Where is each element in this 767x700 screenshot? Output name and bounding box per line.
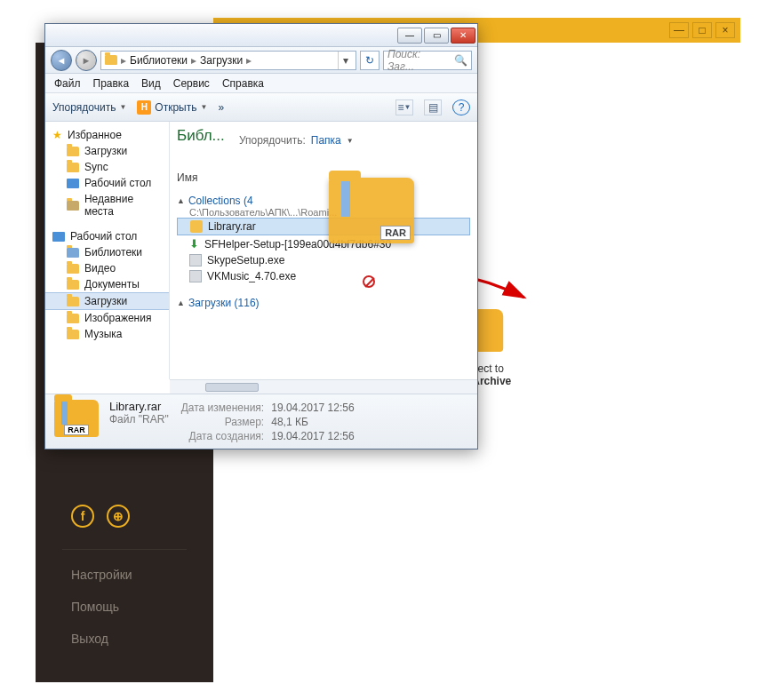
view-mode-button[interactable]: ≡▼	[395, 99, 413, 115]
nav-downloads-lib[interactable]: Загрузки	[45, 292, 169, 310]
divider	[62, 549, 187, 550]
arrange-by[interactable]: Упорядочить: Папка ▼	[239, 134, 354, 147]
preview-pane-button[interactable]: ▤	[424, 99, 442, 115]
nav-sync[interactable]: Sync	[45, 159, 169, 175]
nav-back-button[interactable]: ◄	[51, 50, 72, 71]
nav-recent[interactable]: Недавние места	[45, 191, 169, 219]
details-pane: RAR Library.rar Файл "RAR" Дата изменени…	[45, 394, 477, 449]
star-icon: ★	[52, 129, 62, 141]
link-help[interactable]: Помощь	[71, 591, 213, 623]
rar-icon	[190, 220, 203, 233]
file-library-rar[interactable]: Library.rar	[177, 218, 470, 235]
link-settings[interactable]: Настройки	[71, 559, 213, 591]
minimize-button[interactable]: —	[397, 28, 422, 44]
search-icon[interactable]: 🔍	[454, 54, 467, 67]
nav-favorites[interactable]: ★Избранное	[45, 127, 169, 143]
address-bar-row: ◄ ► ▸ Библиотеки ▸ Загрузки ▸ ▾ ↻ Поиск:…	[45, 47, 477, 74]
close-button[interactable]: ✕	[451, 28, 475, 44]
drag-ghost-icon: RAR	[329, 178, 414, 243]
file-skypesetup[interactable]: SkypeSetup.exe	[177, 252, 470, 268]
file-type-icon: RAR	[54, 400, 99, 437]
desktop-icon	[52, 232, 65, 242]
menu-tools[interactable]: Сервис	[173, 77, 210, 90]
social-links: f ⊕	[71, 505, 213, 528]
menu-help[interactable]: Справка	[222, 77, 264, 90]
overflow-button[interactable]: »	[218, 101, 224, 114]
horizontal-scrollbar[interactable]	[170, 379, 477, 394]
menu-bar: Файл Правка Вид Сервис Справка	[45, 74, 477, 93]
folder-icon	[67, 163, 79, 172]
no-drop-cursor-icon	[363, 275, 375, 288]
nav-downloads[interactable]: Загрузки	[45, 143, 169, 159]
file-name-block: Library.rar Файл "RAR"	[109, 400, 169, 443]
arrange-label: Упорядочить:	[239, 134, 306, 147]
desktop-icon	[67, 179, 79, 188]
bg-maximize-button[interactable]: □	[692, 22, 712, 38]
breadcrumb-bar[interactable]: ▸ Библиотеки ▸ Загрузки ▸ ▾	[100, 51, 356, 70]
recent-icon	[67, 201, 79, 211]
details-meta: Дата изменения:19.04.2017 12:56 Размер:4…	[180, 400, 356, 444]
arrange-value[interactable]: Папка	[311, 134, 341, 147]
nav-images[interactable]: Изображения	[45, 310, 169, 326]
facebook-icon[interactable]: f	[71, 505, 94, 528]
libraries-icon	[67, 248, 79, 258]
crumb-libraries[interactable]: Библиотеки	[130, 54, 188, 67]
location-icon	[105, 55, 117, 65]
nav-forward-button[interactable]: ►	[76, 50, 97, 71]
crumb-sep: ▸	[121, 54, 126, 67]
download-icon: ⬇	[189, 237, 199, 251]
bg-close-button[interactable]: ×	[715, 22, 735, 38]
explorer-body: ★Избранное Загрузки Sync Рабочий стол Не…	[45, 122, 477, 379]
refresh-button[interactable]: ↻	[360, 51, 380, 70]
nav-desktop[interactable]: Рабочий стол	[45, 175, 169, 191]
exe-icon	[189, 254, 202, 266]
scroll-thumb[interactable]	[205, 383, 259, 392]
nav-desktop-root[interactable]: Рабочий стол	[45, 228, 169, 244]
nav-pane: ★Избранное Загрузки Sync Рабочий стол Не…	[45, 122, 170, 379]
globe-icon[interactable]: ⊕	[107, 505, 130, 528]
folder-icon	[67, 147, 79, 156]
chevron-down-icon: ▼	[347, 137, 354, 145]
organize-button[interactable]: Упорядочить▼	[52, 101, 126, 114]
crumb-sep: ▸	[191, 54, 196, 67]
nav-video[interactable]: Видео	[45, 260, 169, 276]
nav-libraries[interactable]: Библиотеки	[45, 244, 169, 260]
group-collections[interactable]: ▲ Collections (4	[177, 195, 470, 207]
file-list[interactable]: Библ... Упорядочить: Папка ▼ Имя ▲ Colle…	[170, 122, 477, 379]
file-vkmusic[interactable]: VKMusic_4.70.exe	[177, 268, 470, 284]
search-input[interactable]: Поиск: Заг... 🔍	[383, 51, 472, 70]
menu-file[interactable]: Файл	[54, 77, 81, 90]
expand-icon[interactable]: ▲	[177, 196, 185, 205]
bg-minimize-button[interactable]: —	[669, 22, 689, 38]
folder-icon	[67, 280, 79, 290]
folder-icon	[67, 264, 79, 274]
folder-icon	[67, 314, 79, 323]
menu-view[interactable]: Вид	[141, 77, 161, 90]
details-filetype: Файл "RAR"	[109, 413, 169, 426]
file-sfhelper[interactable]: ⬇SFHelper-Setup-[199ea00d4bf7db6#30	[177, 235, 470, 252]
exe-icon	[189, 270, 202, 282]
column-header-name[interactable]: Имя	[177, 171, 470, 186]
crumb-sep: ▸	[246, 54, 252, 67]
expand-icon[interactable]: ▲	[177, 298, 185, 307]
toolbar: Упорядочить▼ HОткрыть▼ » ≡▼ ▤ ?	[45, 93, 477, 122]
folder-icon	[67, 297, 79, 306]
group-downloads[interactable]: ▲ Загрузки (116)	[177, 297, 470, 309]
app-icon: H	[137, 100, 151, 115]
nav-music[interactable]: Музыка	[45, 326, 169, 342]
link-exit[interactable]: Выход	[71, 623, 213, 655]
menu-edit[interactable]: Правка	[93, 77, 130, 90]
folder-icon	[67, 330, 79, 339]
search-placeholder: Поиск: Заг...	[387, 48, 447, 73]
nav-documents[interactable]: Документы	[45, 276, 169, 292]
explorer-titlebar[interactable]: — ▭ ✕	[45, 24, 477, 47]
help-button[interactable]: ?	[452, 99, 470, 115]
address-dropdown[interactable]: ▾	[338, 52, 352, 69]
crumb-downloads[interactable]: Загрузки	[200, 54, 243, 67]
details-filename: Library.rar	[109, 400, 169, 413]
bg-nav-links: Настройки Помощь Выход	[71, 559, 213, 655]
open-button[interactable]: HОткрыть▼	[137, 100, 207, 115]
maximize-button[interactable]: ▭	[424, 28, 449, 44]
